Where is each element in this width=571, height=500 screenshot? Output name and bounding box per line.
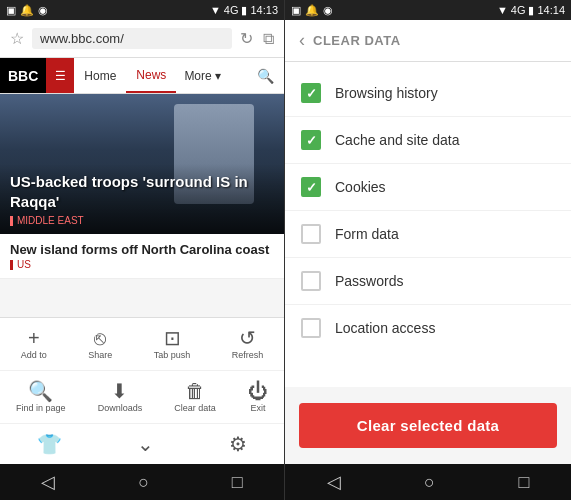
right-wifi-icon: ▼ bbox=[497, 4, 508, 16]
find-icon: 🔍 bbox=[28, 381, 53, 401]
checkbox-passwords[interactable] bbox=[301, 271, 321, 291]
right-network-label: 4G bbox=[511, 4, 526, 16]
clear-data-button[interactable]: 🗑 Clear data bbox=[168, 377, 222, 417]
gear-icon: ⚙ bbox=[229, 434, 247, 454]
share-icon: ⎋ bbox=[94, 328, 106, 348]
right-panel: ▣ 🔔 ◉ ▼ 4G ▮ 14:14 ‹ CLEAR DATA Browsing… bbox=[285, 0, 571, 500]
article-tag: US bbox=[10, 259, 274, 270]
checkbox-form-data[interactable] bbox=[301, 224, 321, 244]
left-bottom-nav: ◁ ○ □ bbox=[0, 464, 284, 500]
option-browsing-history[interactable]: Browsing history bbox=[285, 70, 571, 117]
network-label: 4G bbox=[224, 4, 239, 16]
star-icon[interactable]: ☆ bbox=[8, 27, 26, 50]
option-location-access[interactable]: Location access bbox=[285, 305, 571, 351]
nav-news[interactable]: News bbox=[126, 58, 176, 93]
left-status-bar: ▣ 🔔 ◉ ▼ 4G ▮ 14:13 bbox=[0, 0, 284, 20]
recent-nav-icon[interactable]: □ bbox=[232, 472, 243, 493]
right-status-bar: ▣ 🔔 ◉ ▼ 4G ▮ 14:14 bbox=[285, 0, 571, 20]
share-label: Share bbox=[88, 350, 112, 360]
right-signal-icon: ▣ bbox=[291, 4, 301, 17]
refresh-button[interactable]: ↺ Refresh bbox=[226, 324, 270, 364]
address-bar: ☆ www.bbc.com/ ↻ ⧉ bbox=[0, 20, 284, 58]
left-time: 14:13 bbox=[250, 4, 278, 16]
option-label-passwords: Passwords bbox=[335, 273, 403, 289]
add-label: Add to bbox=[21, 350, 47, 360]
add-to-button[interactable]: + Add to bbox=[15, 324, 53, 364]
nav-home[interactable]: Home bbox=[74, 58, 126, 93]
option-passwords[interactable]: Passwords bbox=[285, 258, 571, 305]
share-button[interactable]: ⎋ Share bbox=[82, 324, 118, 364]
right-back-nav-icon[interactable]: ◁ bbox=[327, 471, 341, 493]
option-label-cookies: Cookies bbox=[335, 179, 386, 195]
checkbox-browsing-history[interactable] bbox=[301, 83, 321, 103]
clear-data-label: Clear data bbox=[174, 403, 216, 413]
tab-push-icon: ⊡ bbox=[164, 328, 181, 348]
refresh-label: Refresh bbox=[232, 350, 264, 360]
right-status-left: ▣ 🔔 ◉ bbox=[291, 4, 333, 17]
tab-push-button[interactable]: ⊡ Tab push bbox=[148, 324, 197, 364]
clear-data-header: ‹ CLEAR DATA bbox=[285, 20, 571, 62]
clear-selected-data-button[interactable]: Clear selected data bbox=[299, 403, 557, 448]
bbc-logo: BBC bbox=[0, 58, 46, 93]
right-bottom-nav: ◁ ○ □ bbox=[285, 464, 571, 500]
back-nav-icon[interactable]: ◁ bbox=[41, 471, 55, 493]
hero-headline: US-backed troops 'surround IS in Raqqa' bbox=[10, 172, 274, 211]
toolbar-row-2: 🔍 Find in page ⬇ Downloads 🗑 Clear data … bbox=[0, 371, 284, 424]
notification-icon: 🔔 bbox=[20, 4, 34, 17]
url-display[interactable]: www.bbc.com/ bbox=[32, 28, 232, 49]
option-label-cache: Cache and site data bbox=[335, 132, 460, 148]
option-label-form-data: Form data bbox=[335, 226, 399, 242]
find-in-page-button[interactable]: 🔍 Find in page bbox=[10, 377, 72, 417]
clear-btn-container: Clear selected data bbox=[285, 387, 571, 464]
search-button[interactable]: 🔍 bbox=[247, 68, 284, 84]
downloads-button[interactable]: ⬇ Downloads bbox=[92, 377, 149, 417]
refresh-btn-icon: ↺ bbox=[239, 328, 256, 348]
checkbox-cookies[interactable] bbox=[301, 177, 321, 197]
nav-more[interactable]: More ▾ bbox=[176, 69, 229, 83]
option-form-data[interactable]: Form data bbox=[285, 211, 571, 258]
browser-nav-bar: BBC ☰ Home News More ▾ 🔍 bbox=[0, 58, 284, 94]
wifi-icon: ▼ bbox=[210, 4, 221, 16]
home-nav-icon[interactable]: ○ bbox=[138, 472, 149, 493]
right-home-nav-icon[interactable]: ○ bbox=[424, 472, 435, 493]
tab-icon[interactable]: ⧉ bbox=[261, 28, 276, 50]
downloads-icon: ⬇ bbox=[111, 381, 128, 401]
hero-image[interactable]: US-backed troops 'surround IS in Raqqa' … bbox=[0, 94, 284, 234]
option-cookies[interactable]: Cookies bbox=[285, 164, 571, 211]
option-label-location-access: Location access bbox=[335, 320, 435, 336]
downloads-label: Downloads bbox=[98, 403, 143, 413]
bbc-menu-icon[interactable]: ☰ bbox=[46, 58, 74, 93]
right-time: 14:14 bbox=[537, 4, 565, 16]
clear-data-icon: 🗑 bbox=[185, 381, 205, 401]
wardrobe-icon: 👕 bbox=[37, 434, 62, 454]
status-right: ▼ 4G ▮ 14:13 bbox=[210, 4, 278, 17]
add-icon: + bbox=[28, 328, 40, 348]
checkbox-location-access[interactable] bbox=[301, 318, 321, 338]
right-location-icon: ◉ bbox=[323, 4, 333, 17]
clear-data-title: CLEAR DATA bbox=[313, 33, 401, 48]
status-left: ▣ 🔔 ◉ bbox=[6, 4, 48, 17]
option-cache[interactable]: Cache and site data bbox=[285, 117, 571, 164]
article-title: New island forms off North Carolina coas… bbox=[10, 242, 274, 257]
right-status-right: ▼ 4G ▮ 14:14 bbox=[497, 4, 565, 17]
bottom-toolbar: + Add to ⎋ Share ⊡ Tab push ↺ Refresh 🔍 … bbox=[0, 317, 284, 464]
back-arrow-icon[interactable]: ‹ bbox=[299, 30, 305, 51]
wardrobe-button[interactable]: 👕 bbox=[31, 430, 68, 458]
battery-icon: ▮ bbox=[241, 4, 247, 17]
chevron-down-button[interactable]: ⌄ bbox=[131, 430, 160, 458]
exit-label: Exit bbox=[250, 403, 265, 413]
hero-tag: MIDDLE EAST bbox=[10, 215, 274, 226]
right-recent-nav-icon[interactable]: □ bbox=[518, 472, 529, 493]
refresh-icon[interactable]: ↻ bbox=[238, 27, 255, 50]
article-item[interactable]: New island forms off North Carolina coas… bbox=[0, 234, 284, 279]
settings-button[interactable]: ⚙ bbox=[223, 430, 253, 458]
exit-button[interactable]: ⏻ Exit bbox=[242, 377, 274, 417]
hero-text-overlay: US-backed troops 'surround IS in Raqqa' … bbox=[0, 164, 284, 234]
find-label: Find in page bbox=[16, 403, 66, 413]
chevron-down-icon: ⌄ bbox=[137, 434, 154, 454]
toolbar-row-3: 👕 ⌄ ⚙ bbox=[0, 424, 284, 464]
left-panel: ▣ 🔔 ◉ ▼ 4G ▮ 14:13 ☆ www.bbc.com/ ↻ ⧉ BB… bbox=[0, 0, 285, 500]
checkbox-cache[interactable] bbox=[301, 130, 321, 150]
toolbar-row-1: + Add to ⎋ Share ⊡ Tab push ↺ Refresh bbox=[0, 318, 284, 371]
signal-icon: ▣ bbox=[6, 4, 16, 17]
